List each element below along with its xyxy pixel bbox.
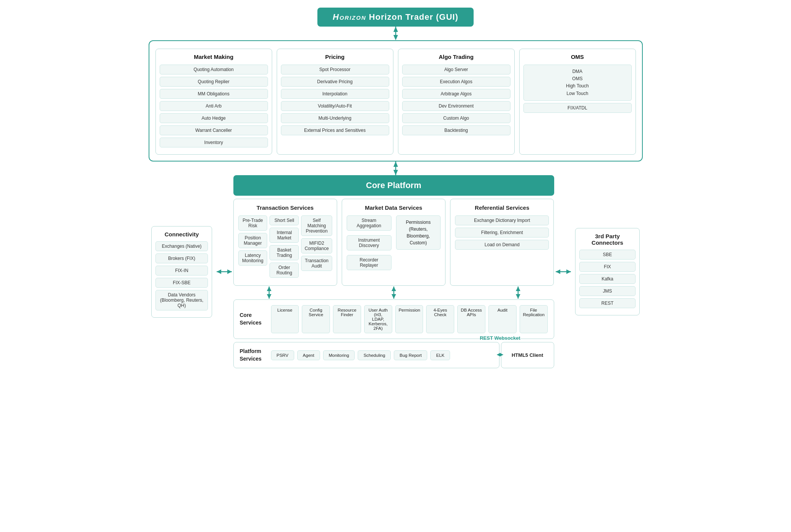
oms-title: OMS (523, 54, 632, 60)
md-permissions: Permissions (Reuters, Bloomberg, Custom) (396, 215, 441, 250)
transaction-services-box: Transaction Services Pre-Trade Risk Posi… (233, 199, 337, 286)
middle-section: Connectivity Exchanges (Native) Brokers … (149, 175, 643, 368)
html5-label: HTML5 Client (512, 352, 543, 358)
cs-4eyes: 4-Eyes Check (426, 305, 454, 333)
rest-ws-label: REST Websocket (480, 335, 520, 341)
core-platform-center: Core Platform Transaction Services Pre-T… (233, 175, 554, 368)
ps-scheduling: Scheduling (358, 350, 391, 360)
svg-marker-4 (393, 162, 398, 167)
rest-ws-arrow (499, 355, 501, 356)
arrow-modules-to-core (149, 162, 643, 175)
md-right: Permissions (Reuters, Bloomberg, Custom) (396, 215, 441, 272)
ts-item-internal: Internal Market (269, 228, 299, 243)
arrow-ts-down (265, 286, 273, 299)
mm-item-2: Quoting Replier (160, 77, 268, 87)
cs-license: License (271, 305, 299, 333)
mm-item-6: Warrant Canceller (160, 125, 268, 135)
ps-elk: ELK (430, 350, 450, 360)
cs-permission: Permission (395, 305, 423, 333)
core-platform-bar: Core Platform (233, 175, 554, 196)
svg-marker-14 (392, 294, 396, 299)
algo-item-3: Arbitrage Algos (402, 89, 510, 99)
cs-audit: Audit (488, 305, 517, 333)
market-data-row1: Stream Aggregation Instrument Discovery … (347, 215, 441, 272)
mm-item-7: Inventory (160, 138, 268, 147)
ts-col3: Self Matching Prevention MIFID2 Complian… (301, 215, 332, 280)
horizon-logo: Horizon (333, 12, 366, 22)
ps-bugreport: Bug Report (394, 350, 427, 360)
svg-marker-20 (566, 269, 571, 274)
algo-item-2: Execution Algos (402, 77, 510, 87)
mm-item-1: Quoting Automation (160, 65, 268, 74)
platform-services-label: PlatformServices (240, 348, 266, 363)
pricing-item-5: Multi-Underlying (281, 113, 389, 123)
pricing-item-2: Derivative Pricing (281, 77, 389, 87)
ts-item-shortsell: Short Sell (269, 215, 299, 225)
third-party-col: 3rd Party Connectors SBE FIX Kafka JMS R… (572, 175, 643, 368)
connectivity-col: Connectivity Exchanges (Native) Brokers … (149, 175, 215, 368)
third-party-box: 3rd Party Connectors SBE FIX Kafka JMS R… (575, 228, 640, 315)
connectivity-title: Connectivity (155, 231, 208, 238)
oms-fix-atdl: FIX/ATDL (523, 103, 632, 113)
ts-item-txaudit: Transaction Audit (301, 256, 332, 271)
cs-resource: Resource Finder (333, 305, 361, 333)
horizon-trader-title: Horizon Horizon Trader (GUI) (317, 8, 473, 27)
cs-dbaccess: DB Access APIs (457, 305, 485, 333)
platform-row: PlatformServices PSRV Agent Monitoring S… (233, 342, 554, 368)
tp-rest: REST (579, 298, 636, 308)
cs-userauth: User Auth (H3, LDAP, Kerberos, 2FA) (364, 305, 392, 333)
arrow-gui-to-modules (149, 27, 643, 40)
conn-item-1: Exchanges (Native) (155, 241, 208, 251)
market-making-module: Market Making Quoting Automation Quoting… (155, 49, 272, 155)
mm-item-3: MM Obligations (160, 89, 268, 99)
modules-container: Market Making Quoting Automation Quoting… (149, 40, 643, 162)
referential-services-box: Referential Services Exchange Dictionary… (450, 199, 554, 286)
platform-services-items: PSRV Agent Monitoring Scheduling Bug Rep… (271, 350, 493, 360)
ts-item-pretrade: Pre-Trade Risk (238, 215, 268, 231)
ps-agent: Agent (297, 350, 320, 360)
ts-col1: Pre-Trade Risk Position Manager Latency … (238, 215, 268, 280)
html5-client-box: HTML5 Client (501, 342, 554, 368)
mm-item-4: Anti Arb (160, 101, 268, 111)
cs-config: Config Service (302, 305, 330, 333)
horizon-trader-section: Horizon Horizon Trader (GUI) (149, 8, 643, 27)
svg-marker-8 (227, 269, 232, 274)
cs-filerep: File Replication (520, 305, 548, 333)
ps-psrv: PSRV (271, 350, 294, 360)
svg-marker-5 (393, 170, 398, 175)
ts-item-position: Position Manager (238, 233, 268, 248)
conn-item-4: FIX-SBE (155, 278, 208, 288)
svg-marker-13 (392, 287, 396, 291)
core-services-row: CoreServices License Config Service Reso… (233, 299, 554, 339)
core-services-items: License Config Service Resource Finder U… (271, 305, 548, 333)
ref-exchange-dict: Exchange Dictionary Import (455, 215, 549, 225)
pricing-item-1: Spot Processor (281, 65, 389, 74)
mm-item-5: Auto Hedge (160, 113, 268, 123)
ps-monitoring: Monitoring (323, 350, 355, 360)
pricing-item-4: Volatility/Auto-Fit (281, 101, 389, 111)
svg-marker-16 (516, 287, 520, 291)
arrow-conn-core (215, 175, 233, 368)
arrows-services-to-core (233, 286, 554, 299)
conn-item-5: Data Vendors (Bloomberg, Reuters, QH) (155, 290, 208, 310)
ref-filtering: Filtering, Enrichment (455, 228, 549, 238)
algo-trading-module: Algo Trading Algo Server Execution Algos… (398, 49, 515, 155)
tp-jms: JMS (579, 286, 636, 296)
ts-item-order: Order Routing (269, 263, 299, 278)
conn-item-2: Brokers (FIX) (155, 253, 208, 263)
ts-col2: Short Sell Internal Market Basket Tradin… (269, 215, 299, 280)
md-instrument: Instrument Discovery (347, 235, 392, 250)
core-services-label: CoreServices (240, 312, 266, 326)
ts-item-mifid: MIFID2 Compliance (301, 238, 332, 253)
svg-marker-7 (217, 269, 221, 274)
arrow-core-3rdparty (554, 175, 572, 368)
pricing-module: Pricing Spot Processor Derivative Pricin… (277, 49, 393, 155)
svg-marker-19 (556, 269, 560, 274)
tp-sbe: SBE (579, 250, 636, 260)
conn-item-3: FIX-IN (155, 266, 208, 276)
connectivity-box: Connectivity Exchanges (Native) Brokers … (151, 226, 212, 318)
ts-item-selfmatch: Self Matching Prevention (301, 215, 332, 236)
md-recorder: Recorder Replayer (347, 255, 392, 270)
md-stream: Stream Aggregation (347, 215, 392, 231)
ts-item-basket: Basket Trading (269, 245, 299, 260)
